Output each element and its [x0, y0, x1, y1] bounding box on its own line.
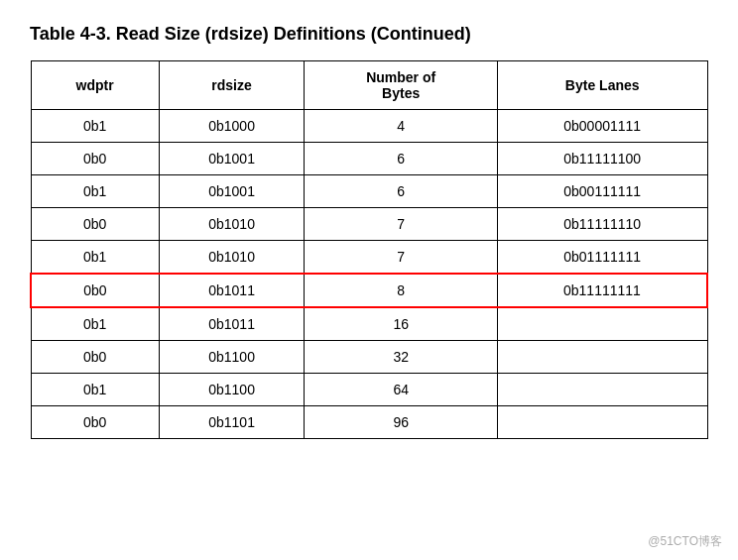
table-cell: 4	[305, 110, 497, 143]
table-cell: 0b1	[31, 241, 159, 275]
table-cell: 0b1100	[159, 374, 305, 406]
table-cell	[497, 374, 707, 406]
table-cell: 7	[305, 208, 497, 241]
table-cell: 0b1	[31, 307, 159, 341]
table-cell: 0b1	[31, 110, 159, 143]
table-row: 0b00b100160b11111100	[31, 143, 707, 175]
table-row: 0b00b110032	[31, 341, 707, 374]
table-cell: 32	[305, 341, 497, 374]
table-cell: 0b1100	[159, 341, 305, 374]
table-header-row: wdptr rdsize Number ofBytes Byte Lanes	[31, 61, 707, 110]
col-rdsize: rdsize	[159, 61, 305, 110]
table-cell	[497, 341, 707, 374]
table-cell: 0b1001	[159, 175, 305, 208]
table-cell: 0b1011	[159, 307, 305, 341]
rdsize-table: wdptr rdsize Number ofBytes Byte Lanes 0…	[30, 60, 708, 439]
table-cell: 0b11111100	[497, 143, 707, 175]
table-cell: 0b1	[31, 175, 159, 208]
page-title: Table 4-3. Read Size (rdsize) Definition…	[30, 24, 708, 45]
table-cell: 0b1	[31, 374, 159, 406]
table-cell	[497, 307, 707, 341]
table-cell: 8	[305, 274, 497, 307]
col-bytes: Number ofBytes	[305, 61, 497, 110]
table-cell: 0b0	[31, 274, 159, 307]
table-cell: 6	[305, 175, 497, 208]
table-cell: 0b1010	[159, 208, 305, 241]
table-cell: 0b1010	[159, 241, 305, 275]
col-bytelanes: Byte Lanes	[497, 61, 707, 110]
table-cell	[497, 406, 707, 439]
table-cell: 0b11111110	[497, 208, 707, 241]
table-cell: 7	[305, 241, 497, 275]
table-row: 0b00b101070b11111110	[31, 208, 707, 241]
table-row: 0b10b101070b01111111	[31, 241, 707, 275]
table-cell: 0b01111111	[497, 241, 707, 275]
table-cell: 0b0	[31, 406, 159, 439]
table-cell: 0b11111111	[497, 274, 707, 307]
table-cell: 0b1001	[159, 143, 305, 175]
table-cell: 0b0	[31, 143, 159, 175]
table-cell: 0b0	[31, 208, 159, 241]
table-cell: 16	[305, 307, 497, 341]
table-row: 0b00b101180b11111111	[31, 274, 707, 307]
col-wdptr: wdptr	[31, 61, 159, 110]
table-cell: 0b00001111	[497, 110, 707, 143]
table-cell: 0b1101	[159, 406, 305, 439]
table-cell: 96	[305, 406, 497, 439]
table-row: 0b10b100160b00111111	[31, 175, 707, 208]
table-cell: 6	[305, 143, 497, 175]
table-cell: 0b00111111	[497, 175, 707, 208]
table-row: 0b10b100040b00001111	[31, 110, 707, 143]
table-cell: 0b1011	[159, 274, 305, 307]
table-row: 0b00b110196	[31, 406, 707, 439]
table-row: 0b10b101116	[31, 307, 707, 341]
table-cell: 0b0	[31, 341, 159, 374]
table-cell: 64	[305, 374, 497, 406]
table-cell: 0b1000	[159, 110, 305, 143]
table-row: 0b10b110064	[31, 374, 707, 406]
